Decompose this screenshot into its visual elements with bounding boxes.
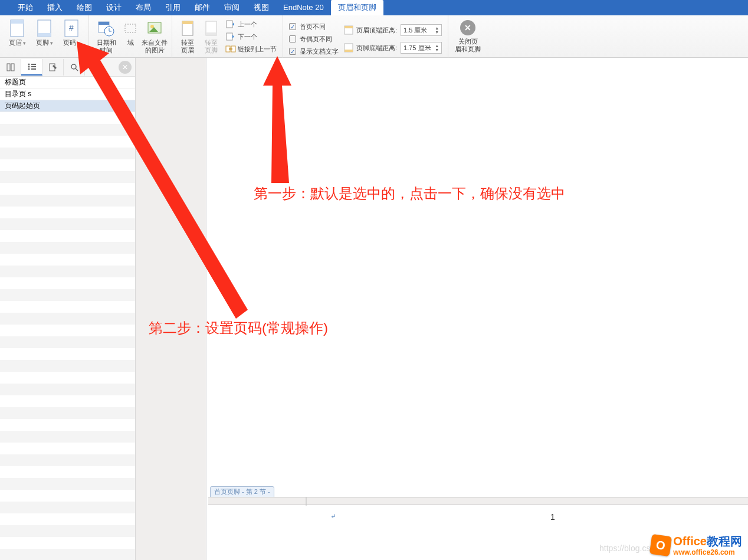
tab-start[interactable]: 开始 — [11, 0, 40, 15]
tab-draw[interactable]: 绘图 — [70, 0, 99, 15]
svg-point-27 — [28, 63, 29, 65]
nav-tab-outline[interactable] — [21, 59, 42, 76]
svg-rect-25 — [7, 64, 10, 71]
show-document-text-label: 显示文档文字 — [300, 47, 339, 56]
tab-view[interactable]: 视图 — [247, 0, 276, 15]
annotation-step1: 第一步：默认是选中的，点击一下，确保没有选中 — [254, 184, 565, 203]
previous-icon — [225, 19, 236, 29]
next-button[interactable]: 下一个 — [225, 31, 277, 42]
header-distance-row: 页眉顶端距离: 1.5 厘米 ▲▼ — [343, 24, 442, 37]
annotation-step2: 第二步：设置页码(常规操作) — [149, 319, 328, 338]
close-header-footer-button[interactable]: ✕ 关闭页 眉和页脚 — [452, 18, 484, 53]
svg-rect-7 — [99, 22, 109, 25]
brand-text-2: www.office26.com — [673, 548, 742, 556]
goto-header-icon — [178, 19, 197, 38]
page-number-icon: # — [62, 19, 81, 38]
footer-icon — [35, 19, 54, 38]
svg-point-34 — [71, 64, 76, 69]
ribbon-group-headerfooter: 页眉▾ 页脚▾ # 页码▾ — [0, 15, 89, 58]
spinner-icon[interactable]: ▲▼ — [435, 26, 439, 34]
spinner-icon[interactable]: ▲▼ — [435, 44, 439, 52]
thumbnails-icon — [6, 63, 15, 72]
cursor-mark-icon: ⤶ — [330, 512, 336, 520]
header-distance-value: 1.5 厘米 — [403, 26, 427, 35]
field-icon — [121, 19, 140, 38]
datetime-icon — [97, 19, 116, 38]
footer-distance-row: 页脚底端距离: 1.75 厘米 ▲▼ — [343, 41, 442, 54]
ribbon-group-options: 首页不同 奇偶页不同 显示文档文字 页眉顶端距离: 1.5 厘米 ▲▼ — [283, 15, 448, 58]
picture-icon — [145, 19, 164, 38]
close-icon: ✕ — [460, 20, 475, 35]
different-odd-even-checkbox[interactable]: 奇偶页不同 — [289, 34, 339, 44]
footer-distance-value: 1.75 厘米 — [403, 44, 431, 53]
header-distance-icon — [343, 25, 354, 35]
svg-rect-13 — [182, 21, 193, 24]
edit-icon — [48, 63, 58, 72]
checkbox-on-icon — [289, 23, 296, 30]
nav-tab-edit[interactable] — [42, 59, 64, 76]
next-icon — [225, 32, 236, 41]
goto-footer-icon — [202, 19, 221, 38]
svg-rect-3 — [38, 33, 51, 37]
header-button[interactable]: 页眉▾ — [4, 18, 31, 47]
footer-distance-icon — [343, 43, 354, 53]
tab-review[interactable]: 审阅 — [217, 0, 247, 15]
svg-rect-24 — [345, 50, 353, 52]
page-number-display: 1 — [550, 512, 555, 522]
svg-rect-15 — [206, 32, 216, 35]
tab-mailings[interactable]: 邮件 — [188, 0, 217, 15]
brand-text-1b: 教程网 — [707, 535, 742, 548]
svg-marker-38 — [77, 41, 248, 319]
tab-header-footer[interactable]: 页眉和页脚 — [331, 0, 383, 15]
footer-button[interactable]: 页脚▾ — [31, 18, 58, 47]
footer-section-tag: 首页页脚 - 第 2 节 - — [210, 486, 274, 497]
outline-icon — [27, 63, 37, 71]
previous-button[interactable]: 上一个 — [225, 19, 277, 30]
brand-badge: O Office教程网 www.office26.com — [651, 533, 742, 556]
different-first-page-label: 首页不同 — [300, 22, 326, 31]
annotation-arrow-2 — [77, 41, 248, 319]
page-break — [208, 497, 748, 505]
header-icon — [8, 19, 27, 38]
close-header-footer-label: 关闭页 眉和页脚 — [455, 38, 481, 53]
svg-rect-28 — [31, 64, 36, 65]
footer-distance-input[interactable]: 1.75 厘米 ▲▼ — [401, 42, 442, 54]
svg-rect-30 — [31, 66, 36, 67]
tab-layout[interactable]: 布局 — [129, 0, 158, 15]
svg-point-29 — [28, 66, 29, 67]
svg-rect-1 — [11, 20, 24, 24]
svg-rect-17 — [227, 33, 232, 40]
svg-rect-22 — [345, 26, 353, 28]
svg-marker-37 — [263, 56, 291, 183]
next-label: 下一个 — [238, 32, 257, 41]
header-distance-input[interactable]: 1.5 厘米 ▲▼ — [401, 24, 442, 36]
annotation-arrow-1 — [254, 56, 301, 183]
tab-design[interactable]: 设计 — [99, 0, 129, 15]
svg-point-31 — [28, 68, 29, 70]
brand-text-1a: Office — [673, 535, 707, 548]
svg-rect-9 — [125, 24, 136, 32]
header-distance-label: 页眉顶端距离: — [356, 26, 397, 35]
previous-label: 上一个 — [238, 20, 257, 29]
checkbox-on-icon — [289, 48, 296, 55]
menu-bar: 开始 插入 绘图 设计 布局 引用 邮件 审阅 视图 EndNote 20 页眉… — [0, 0, 748, 15]
checkbox-off-icon — [289, 35, 296, 42]
svg-rect-26 — [11, 64, 14, 71]
footer-distance-label: 页脚底端距离: — [356, 44, 397, 53]
brand-logo-icon: O — [649, 533, 672, 556]
show-document-text-checkbox[interactable]: 显示文档文字 — [289, 46, 339, 57]
nav-tab-thumbnails[interactable] — [0, 59, 21, 76]
different-first-page-checkbox[interactable]: 首页不同 — [289, 21, 339, 32]
tab-endnote[interactable]: EndNote 20 — [276, 0, 331, 15]
svg-rect-32 — [31, 68, 36, 70]
header-label: 页眉 — [9, 39, 22, 46]
svg-text:#: # — [69, 23, 74, 32]
footer-label: 页脚 — [36, 39, 49, 46]
page-number-label: 页码 — [63, 39, 76, 46]
tab-references[interactable]: 引用 — [158, 0, 188, 15]
svg-rect-16 — [227, 21, 232, 28]
tab-insert[interactable]: 插入 — [40, 0, 70, 15]
different-odd-even-label: 奇偶页不同 — [300, 35, 332, 44]
